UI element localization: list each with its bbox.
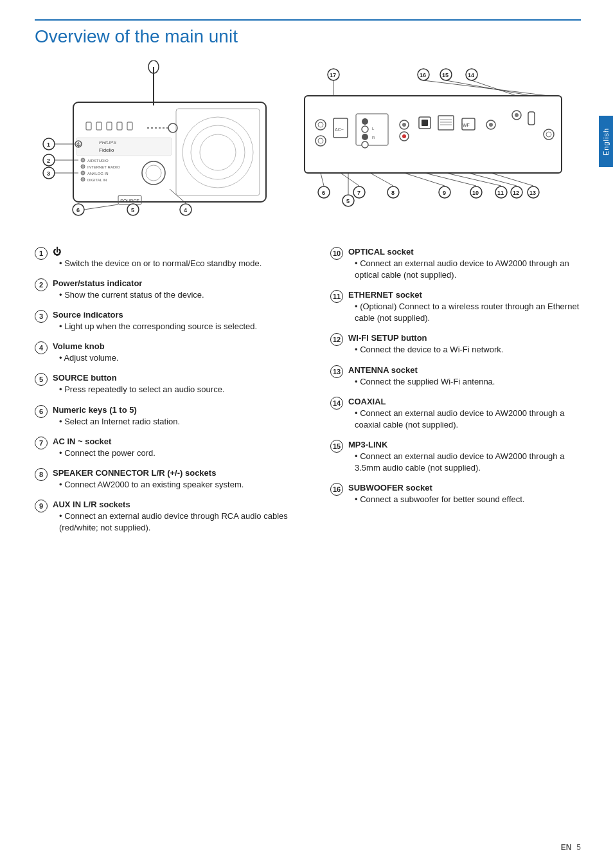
svg-line-107: [404, 173, 445, 186]
item-16-desc: Connect a subwoofer for better sound eff…: [355, 494, 581, 505]
item-13-desc: Connect the supplied Wi-Fi antenna.: [355, 376, 581, 388]
svg-rect-3: [176, 109, 260, 195]
callout-6: 6: [35, 405, 48, 418]
svg-text:4: 4: [184, 207, 187, 213]
item-9: 9 AUX IN L/R sockets Connect an external…: [35, 500, 311, 534]
svg-point-25: [142, 161, 165, 185]
item-8-desc: Connect AW2000 to an existing speaker sy…: [59, 479, 311, 491]
svg-text:1: 1: [47, 141, 50, 148]
item-15-desc: Connect an external audio device to AW20…: [355, 451, 581, 474]
svg-text:SOURCE: SOURCE: [120, 199, 139, 203]
item-15-title: MP3-LINK: [348, 440, 581, 449]
item-2-desc: Show the current status of the device.: [59, 289, 311, 301]
item-6: 6 Numeric keys (1 to 5) Select an Intern…: [35, 405, 311, 428]
item-6-desc: Select an Internet radio station.: [59, 416, 311, 428]
svg-point-57: [362, 126, 368, 132]
svg-point-63: [402, 123, 406, 127]
item-2-title: Power/status indicator: [53, 278, 311, 288]
svg-text:10: 10: [472, 190, 479, 196]
svg-text:⏻: ⏻: [76, 142, 81, 147]
diagram-area: PHILIPS Fidelio AIRSTUDIO INTERNET RADIO: [35, 60, 581, 228]
item-11: 11 ETHERNET socket (Optional) Connect to…: [330, 290, 581, 324]
svg-point-80: [546, 132, 551, 137]
item-4: 4 Volume knob Adjust volume.: [35, 341, 311, 364]
svg-point-59: [362, 141, 368, 148]
callout-5: 5: [35, 373, 48, 386]
svg-point-50: [318, 122, 323, 127]
back-device-diagram: AC~ L R: [298, 60, 600, 221]
svg-point-49: [315, 120, 326, 130]
svg-text:INTERNET RADIO: INTERNET RADIO: [87, 165, 120, 169]
item-13-title: ANTENNA socket: [348, 365, 581, 375]
svg-text:L: L: [372, 127, 375, 131]
callout-2: 2: [35, 278, 48, 291]
svg-text:17: 17: [330, 72, 336, 78]
svg-text:3: 3: [47, 170, 50, 177]
item-12-title: WI-FI SETUP button: [348, 333, 581, 343]
svg-line-40: [170, 189, 186, 203]
callout-7: 7: [35, 437, 48, 449]
item-7: 7 AC IN ~ socket Connect the power cord.: [35, 437, 311, 459]
svg-text:WF: WF: [463, 123, 470, 127]
callout-9: 9: [35, 500, 48, 512]
svg-text:ANALOG IN: ANALOG IN: [87, 172, 109, 176]
item-2: 2 Power/status indicator Show the curren…: [35, 278, 311, 301]
svg-text:5: 5: [131, 207, 134, 213]
item-5: 5 SOURCE button Press repeatedly to sele…: [35, 373, 311, 395]
item-15: 15 MP3-LINK Connect an external audio de…: [330, 440, 581, 474]
svg-rect-13: [117, 122, 122, 130]
svg-text:16: 16: [420, 72, 426, 78]
item-3-desc: Light up when the corresponding source i…: [59, 321, 311, 332]
svg-line-86: [423, 80, 549, 96]
svg-rect-14: [127, 122, 132, 130]
callout-14: 14: [330, 397, 343, 410]
callout-8: 8: [35, 468, 48, 481]
item-11-title: ETHERNET socket: [348, 290, 581, 300]
diagram-right: AC~ L R: [298, 60, 600, 221]
svg-point-58: [362, 134, 368, 140]
item-16: 16 SUBWOOFER socket Connect a subwoofer …: [330, 483, 581, 505]
page-container: English Overview of the main unit PHILIP: [0, 0, 613, 868]
item-3-title: Source indicators: [53, 310, 311, 320]
svg-text:R: R: [372, 136, 375, 140]
item-14: 14 COAXIAL Connect an external audio dev…: [330, 397, 581, 431]
side-tab: English: [599, 116, 613, 167]
svg-line-104: [370, 173, 393, 186]
svg-point-26: [146, 165, 161, 181]
svg-text:11: 11: [497, 190, 504, 196]
svg-point-65: [402, 134, 406, 138]
svg-point-51: [315, 136, 326, 146]
item-14-title: COAXIAL: [348, 397, 581, 406]
svg-line-119: [491, 173, 533, 186]
svg-line-95: [321, 173, 324, 186]
item-8-title: SPEAKER CONNECTOR L/R (+/-) sockets: [53, 468, 311, 478]
front-device-diagram: PHILIPS Fidelio AIRSTUDIO INTERNET RADIO: [35, 60, 285, 221]
svg-point-6: [200, 134, 236, 170]
svg-text:AIRSTUDIO: AIRSTUDIO: [87, 159, 109, 163]
content-left: 1 ⏻ Switch the device on or to normal/Ec…: [35, 247, 311, 543]
callout-10: 10: [330, 247, 343, 260]
item-6-title: Numeric keys (1 to 5): [53, 405, 311, 415]
svg-text:Fidelio: Fidelio: [99, 147, 114, 153]
svg-point-4: [182, 117, 253, 188]
svg-line-47: [84, 204, 118, 210]
svg-text:7: 7: [357, 190, 360, 196]
page-title: Overview of the main unit: [35, 19, 581, 48]
svg-rect-12: [107, 122, 112, 130]
item-10-title: OPTICAL socket: [348, 247, 581, 257]
svg-point-20: [81, 177, 85, 181]
item-12: 12 WI-FI SETUP button Connect the device…: [330, 333, 581, 356]
svg-text:15: 15: [442, 72, 449, 78]
svg-line-89: [446, 80, 531, 96]
side-tab-label: English: [602, 127, 610, 155]
callout-1: 1: [35, 247, 48, 260]
svg-point-5: [191, 125, 245, 179]
callout-13: 13: [330, 365, 343, 378]
svg-text:PHILIPS: PHILIPS: [99, 140, 116, 145]
svg-line-110: [425, 173, 476, 186]
svg-rect-11: [96, 122, 102, 130]
callout-15: 15: [330, 440, 343, 453]
item-7-title: AC IN ~ socket: [53, 437, 311, 446]
svg-point-17: [81, 158, 85, 162]
item-4-desc: Adjust volume.: [59, 352, 311, 364]
